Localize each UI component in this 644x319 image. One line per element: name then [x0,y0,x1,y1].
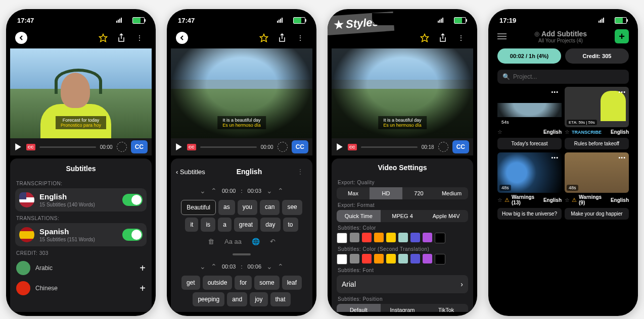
row-arabic[interactable]: Arabic + [15,258,147,278]
more-icon[interactable]: ⋮ [454,31,468,45]
delete-icon[interactable]: 🗑 [208,238,214,245]
more-icon[interactable]: ••• [618,89,626,95]
progress-bar[interactable] [39,146,96,148]
project-card[interactable]: 48s•••☆⚠Warnings (13)EnglishHow big is t… [497,152,562,220]
credit-pill[interactable]: Credit: 305 [565,48,629,64]
video-preview[interactable]: It is a beautiful dayEs un hermoso día [171,48,312,138]
share-icon[interactable] [436,31,450,45]
color-swatch[interactable] [398,233,408,242]
word-token[interactable]: to [283,218,298,232]
word-token[interactable]: see [282,200,302,215]
video-preview[interactable]: It is a beautiful dayEs un hermoso día [332,48,473,138]
color-swatch[interactable] [386,233,396,242]
seg-option[interactable]: Max [337,187,370,199]
word-token[interactable]: leaf [282,276,302,290]
color-swatch[interactable] [435,254,445,264]
cc-button[interactable]: CC [131,140,148,153]
back-button[interactable] [15,32,27,44]
play-button[interactable] [336,143,344,151]
word-token[interactable]: a [218,218,232,232]
play-button[interactable] [175,143,183,151]
row-english[interactable]: English15 Subtitles (140 Words) [15,188,147,211]
case-toggle[interactable]: Aa aa [224,238,242,245]
more-icon[interactable]: ••• [618,154,626,161]
chevron-down-icon[interactable]: ⌄ [266,187,272,195]
row-chinese[interactable]: Chinese + [15,278,147,298]
star-icon[interactable]: ☆ [497,197,502,203]
progress-bar[interactable] [200,146,257,148]
color-swatch[interactable] [362,233,372,242]
word-token[interactable]: joy [250,292,267,306]
back-subtitles[interactable]: ‹ Subtitles [176,168,205,176]
toggle-english[interactable] [122,194,143,206]
word-token[interactable]: as [218,200,235,215]
more-icon[interactable]: ••• [551,89,559,95]
word-token[interactable]: it [185,218,198,232]
color-swatch[interactable] [350,233,359,242]
seg-option[interactable]: Medium [435,187,468,199]
project-card[interactable]: 48s•••☆⚠Warnings (9)EnglishMake your dog… [565,152,629,220]
share-icon[interactable] [275,31,289,45]
color-swatch[interactable] [374,233,384,242]
word-token[interactable]: peeping [193,292,224,306]
color-swatch[interactable] [410,254,420,263]
star-icon[interactable] [257,31,271,45]
word-token[interactable]: you [238,200,257,215]
play-button[interactable] [14,143,22,151]
word-token[interactable]: day [260,218,280,232]
word-token[interactable]: that [270,292,291,306]
color-swatch[interactable] [350,254,359,263]
color-swatch[interactable] [362,254,372,263]
cc-button[interactable]: CC [452,140,469,153]
cc-live-badge[interactable]: CC [26,144,35,150]
star-icon[interactable] [96,31,110,45]
back-button[interactable] [176,32,188,44]
color-swatch[interactable] [386,254,396,263]
word-token[interactable]: and [227,292,247,306]
menu-icon[interactable] [497,33,507,39]
word-token[interactable]: can [260,200,280,215]
add-icon[interactable]: + [140,262,146,274]
cc-button[interactable]: CC [292,140,308,153]
seg-option[interactable]: Apple M4V [424,210,468,222]
cc-live-badge[interactable]: CC [187,144,196,150]
color-swatch[interactable] [435,233,445,243]
speed-icon[interactable] [438,142,448,152]
word-token[interactable]: for [235,276,252,290]
color-swatch[interactable] [410,233,420,242]
toggle-spanish[interactable] [122,229,143,241]
undo-icon[interactable]: ↶ [270,238,275,245]
word-token[interactable]: great [234,218,258,232]
more-icon[interactable]: ••• [551,154,559,161]
seg-option[interactable]: Quick Time [337,210,381,222]
row-spanish[interactable]: Spanish15 Subtitles (151 Words) [15,223,147,246]
format-segmented[interactable]: Quick TimeMPEG 4Apple M4V [337,210,468,222]
color-swatch[interactable] [423,233,432,242]
seg-option[interactable]: Default [337,304,381,312]
seg-option[interactable]: MPEG 4 [381,210,425,222]
globe-icon[interactable]: 🌐 [252,238,260,245]
add-project-button[interactable]: + [615,29,629,43]
progress-bar[interactable] [361,146,418,148]
word-token[interactable]: is [201,218,215,232]
color-swatch[interactable] [337,233,347,243]
star-icon[interactable]: ☆ [565,197,570,203]
more-icon[interactable]: ⋮ [293,165,307,179]
word-token[interactable]: outside [203,276,233,290]
project-card[interactable]: ETA: 59s | 59s•••☆TRANSCRIBEEnglishRules… [565,87,629,149]
word-token[interactable]: some [254,276,279,290]
color-swatch[interactable] [374,254,384,263]
progress-pill[interactable]: 00:02 / 1h (4%) [497,48,561,64]
seg-option[interactable]: 720 [402,187,435,199]
search-input[interactable]: 🔍 Project... [497,70,629,84]
font-row[interactable]: Arial› [337,275,468,293]
seg-option[interactable]: TikTok [424,304,468,312]
more-icon[interactable]: ⋮ [293,31,307,45]
seg-option[interactable]: Instagram [381,304,425,312]
chevron-up-icon[interactable]: ⌃ [211,187,217,195]
add-icon[interactable]: + [140,283,146,294]
star-icon[interactable]: ☆ [497,129,502,135]
star-icon[interactable] [418,31,432,45]
video-preview[interactable]: Forecast for today Pronostico para hoy [10,48,152,138]
speed-icon[interactable] [117,142,127,152]
